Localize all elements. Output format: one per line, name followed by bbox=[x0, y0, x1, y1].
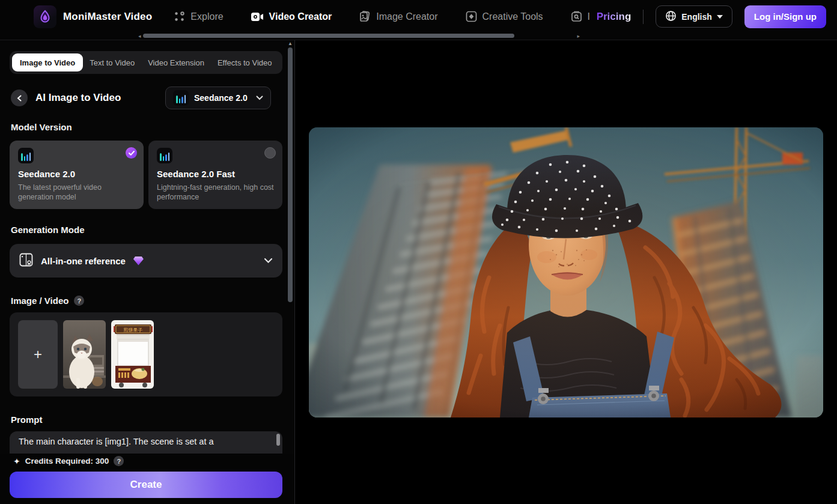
nav-menu: Explore Video Creator bbox=[174, 11, 594, 22]
selected-check-icon[interactable] bbox=[126, 147, 137, 159]
nav-horizontal-scrollbar[interactable]: ◂ ▸ bbox=[138, 32, 580, 40]
tab-text-to-video[interactable]: Text to Video bbox=[83, 53, 141, 71]
language-value: English bbox=[681, 12, 712, 22]
pricing-link[interactable]: Pricing bbox=[597, 11, 632, 23]
model-selector-dropdown[interactable]: Seedance 2.0 bbox=[165, 87, 271, 109]
nav-item-label: Image Creator bbox=[376, 11, 437, 22]
nav-item-partial[interactable]: I bbox=[571, 11, 590, 22]
horizontal-scrollbar-thumb[interactable] bbox=[143, 34, 514, 38]
sidebar-footer: ✦ Credits Required: 300 ? Create bbox=[0, 454, 295, 504]
sidebar: Image to Video Text to Video Video Exten… bbox=[0, 40, 295, 504]
media-label-text: Image / Video bbox=[11, 296, 68, 306]
sparkle-icon: ✦ bbox=[13, 457, 20, 466]
create-button[interactable]: Create bbox=[10, 472, 282, 498]
brand[interactable]: MoniMaster Video bbox=[34, 5, 152, 28]
login-signup-button[interactable]: Log in/Sign up bbox=[744, 5, 826, 28]
model-version-label: Model Version bbox=[11, 122, 72, 132]
gem-icon bbox=[133, 257, 144, 266]
prompt-textarea[interactable]: The main character is [img1]. The scene … bbox=[10, 431, 282, 454]
nav-item-creative-tools[interactable]: Creative Tools bbox=[466, 11, 543, 22]
tab-image-to-video[interactable]: Image to Video bbox=[12, 53, 83, 71]
media-thumbnail-cat[interactable] bbox=[63, 320, 106, 389]
model-version-cards: Seedance 2.0 The latest powerful video g… bbox=[10, 141, 282, 209]
seedance-bars-icon bbox=[173, 90, 189, 106]
media-thumbnail-food-cart[interactable]: 煎饼果子 bbox=[111, 320, 154, 389]
media-section-label: Image / Video ? bbox=[11, 296, 84, 306]
brand-name: MoniMaster Video bbox=[63, 11, 152, 23]
nav-item-label: Creative Tools bbox=[482, 11, 543, 22]
model-card-description: The latest powerful video generation mod… bbox=[18, 183, 135, 202]
nav-divider bbox=[643, 10, 644, 24]
generation-mode-label: Generation Mode bbox=[11, 225, 85, 235]
chevron-left-icon bbox=[16, 95, 23, 102]
model-selector-value: Seedance 2.0 bbox=[194, 93, 251, 103]
explore-icon bbox=[174, 11, 185, 22]
cart-sign-text: 煎饼果子 bbox=[124, 327, 143, 333]
tab-video-extension[interactable]: Video Extension bbox=[141, 53, 211, 71]
sidebar-scrollbar-thumb[interactable] bbox=[288, 47, 293, 302]
prompt-scrollbar-thumb[interactable] bbox=[276, 434, 280, 446]
tab-effects-to-video[interactable]: Effects to Video bbox=[211, 53, 279, 71]
chevron-down-icon bbox=[264, 255, 273, 266]
prompt-text[interactable]: The main character is [img1]. The scene … bbox=[10, 431, 282, 446]
nav-item-explore[interactable]: Explore bbox=[174, 11, 223, 22]
back-button[interactable] bbox=[11, 90, 28, 106]
preview-area bbox=[295, 40, 837, 504]
nav-item-video-creator[interactable]: Video Creator bbox=[251, 11, 332, 22]
model-card-seedance[interactable]: Seedance 2.0 The latest powerful video g… bbox=[10, 141, 144, 209]
generated-video-preview[interactable] bbox=[309, 127, 823, 417]
title-row: AI Image to Video Seedance 2.0 bbox=[11, 87, 284, 109]
generation-mode-dropdown[interactable]: All-in-one reference bbox=[10, 244, 282, 278]
chevron-down-icon bbox=[717, 15, 723, 19]
globe-icon bbox=[665, 10, 677, 23]
nav-right: Pricing English Log in/Sign up bbox=[597, 5, 826, 28]
chevron-down-icon bbox=[256, 96, 263, 100]
nav-item-label: Explore bbox=[190, 11, 223, 22]
prompt-label: Prompt bbox=[11, 414, 43, 425]
all-in-one-reference-icon bbox=[19, 253, 33, 269]
model-card-title: Seedance 2.0 bbox=[18, 169, 135, 179]
brand-logo-icon bbox=[34, 5, 56, 28]
creative-tools-icon bbox=[466, 11, 477, 22]
media-upload-box: + bbox=[10, 312, 282, 396]
model-card-title: Seedance 2.0 Fast bbox=[157, 169, 274, 179]
media-help-icon[interactable]: ? bbox=[74, 296, 84, 306]
scroll-right-arrow-icon[interactable]: ▸ bbox=[577, 32, 580, 40]
scroll-up-arrow-icon[interactable]: ▲ bbox=[288, 41, 293, 46]
nav-item-label: Video Creator bbox=[269, 11, 332, 22]
top-navbar: MoniMaster Video Explore bbox=[0, 0, 837, 33]
video-camera-icon bbox=[251, 12, 264, 22]
model-card-seedance-fast[interactable]: Seedance 2.0 Fast Lightning-fast generat… bbox=[148, 141, 282, 209]
model-card-description: Lightning-fast generation, high cost per… bbox=[157, 183, 274, 202]
image-cards-icon bbox=[359, 11, 371, 22]
credits-help-icon[interactable]: ? bbox=[114, 456, 124, 466]
credits-required-text: Credits Required: 300 bbox=[25, 457, 109, 466]
nav-item-label: I bbox=[588, 11, 590, 22]
seedance-bars-icon bbox=[157, 148, 172, 163]
app-window: MoniMaster Video Explore bbox=[0, 0, 837, 504]
sidebar-scrollbar[interactable]: ▲ bbox=[287, 40, 293, 504]
scroll-left-arrow-icon[interactable]: ◂ bbox=[138, 32, 141, 40]
credits-row: ✦ Credits Required: 300 ? bbox=[13, 456, 124, 466]
mode-tabbar: Image to Video Text to Video Video Exten… bbox=[10, 51, 282, 74]
add-media-button[interactable]: + bbox=[18, 320, 58, 389]
badge-icon bbox=[571, 11, 582, 22]
language-selector[interactable]: English bbox=[656, 5, 732, 28]
nav-item-image-creator[interactable]: Image Creator bbox=[359, 11, 437, 22]
page-title: AI Image to Video bbox=[35, 92, 121, 104]
radio-unselected-icon[interactable] bbox=[264, 147, 276, 159]
generation-mode-value: All-in-one reference bbox=[41, 256, 126, 266]
seedance-bars-icon bbox=[18, 148, 34, 163]
